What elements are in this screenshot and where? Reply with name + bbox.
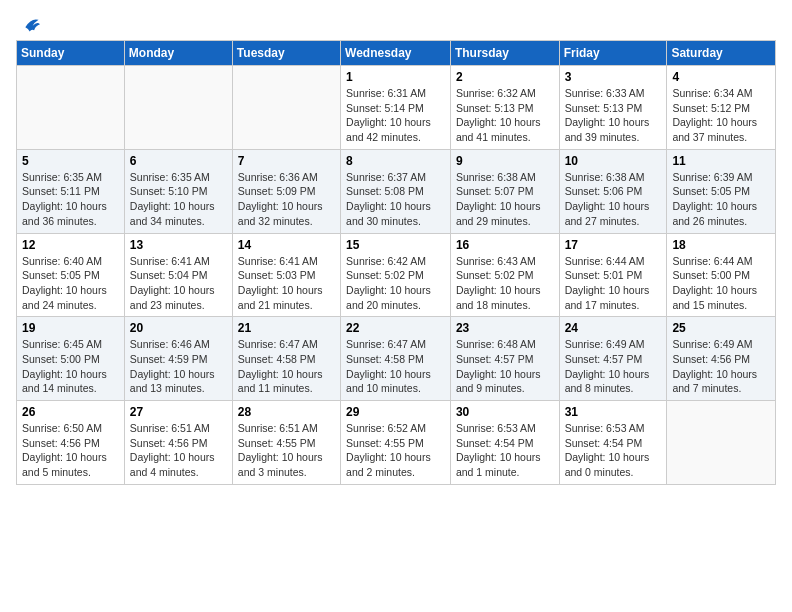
calendar-cell: 30Sunrise: 6:53 AMSunset: 4:54 PMDayligh… bbox=[450, 401, 559, 485]
calendar-cell: 17Sunrise: 6:44 AMSunset: 5:01 PMDayligh… bbox=[559, 233, 667, 317]
calendar-day-header: Friday bbox=[559, 41, 667, 66]
day-number: 6 bbox=[130, 154, 227, 168]
day-number: 29 bbox=[346, 405, 445, 419]
calendar-day-header: Sunday bbox=[17, 41, 125, 66]
calendar-cell: 18Sunrise: 6:44 AMSunset: 5:00 PMDayligh… bbox=[667, 233, 776, 317]
calendar-day-header: Saturday bbox=[667, 41, 776, 66]
day-info: Sunrise: 6:37 AMSunset: 5:08 PMDaylight:… bbox=[346, 170, 445, 229]
day-number: 25 bbox=[672, 321, 770, 335]
calendar-day-header: Tuesday bbox=[232, 41, 340, 66]
calendar-cell: 27Sunrise: 6:51 AMSunset: 4:56 PMDayligh… bbox=[124, 401, 232, 485]
calendar-cell: 9Sunrise: 6:38 AMSunset: 5:07 PMDaylight… bbox=[450, 149, 559, 233]
calendar-cell: 25Sunrise: 6:49 AMSunset: 4:56 PMDayligh… bbox=[667, 317, 776, 401]
calendar-cell bbox=[667, 401, 776, 485]
calendar-cell: 24Sunrise: 6:49 AMSunset: 4:57 PMDayligh… bbox=[559, 317, 667, 401]
calendar-cell: 4Sunrise: 6:34 AMSunset: 5:12 PMDaylight… bbox=[667, 66, 776, 150]
day-info: Sunrise: 6:48 AMSunset: 4:57 PMDaylight:… bbox=[456, 337, 554, 396]
day-info: Sunrise: 6:38 AMSunset: 5:07 PMDaylight:… bbox=[456, 170, 554, 229]
day-number: 21 bbox=[238, 321, 335, 335]
calendar-week-row: 12Sunrise: 6:40 AMSunset: 5:05 PMDayligh… bbox=[17, 233, 776, 317]
day-info: Sunrise: 6:44 AMSunset: 5:00 PMDaylight:… bbox=[672, 254, 770, 313]
calendar-table: SundayMondayTuesdayWednesdayThursdayFrid… bbox=[16, 40, 776, 485]
calendar-cell: 26Sunrise: 6:50 AMSunset: 4:56 PMDayligh… bbox=[17, 401, 125, 485]
calendar-cell: 23Sunrise: 6:48 AMSunset: 4:57 PMDayligh… bbox=[450, 317, 559, 401]
day-info: Sunrise: 6:42 AMSunset: 5:02 PMDaylight:… bbox=[346, 254, 445, 313]
calendar-week-row: 5Sunrise: 6:35 AMSunset: 5:11 PMDaylight… bbox=[17, 149, 776, 233]
calendar-day-header: Wednesday bbox=[341, 41, 451, 66]
day-number: 24 bbox=[565, 321, 662, 335]
calendar-cell: 12Sunrise: 6:40 AMSunset: 5:05 PMDayligh… bbox=[17, 233, 125, 317]
day-info: Sunrise: 6:46 AMSunset: 4:59 PMDaylight:… bbox=[130, 337, 227, 396]
calendar-cell bbox=[124, 66, 232, 150]
day-info: Sunrise: 6:49 AMSunset: 4:57 PMDaylight:… bbox=[565, 337, 662, 396]
day-number: 31 bbox=[565, 405, 662, 419]
calendar-cell: 22Sunrise: 6:47 AMSunset: 4:58 PMDayligh… bbox=[341, 317, 451, 401]
calendar-day-header: Monday bbox=[124, 41, 232, 66]
calendar-cell bbox=[17, 66, 125, 150]
day-info: Sunrise: 6:41 AMSunset: 5:04 PMDaylight:… bbox=[130, 254, 227, 313]
logo bbox=[16, 16, 40, 32]
day-number: 3 bbox=[565, 70, 662, 84]
day-number: 2 bbox=[456, 70, 554, 84]
calendar-cell: 28Sunrise: 6:51 AMSunset: 4:55 PMDayligh… bbox=[232, 401, 340, 485]
day-info: Sunrise: 6:51 AMSunset: 4:55 PMDaylight:… bbox=[238, 421, 335, 480]
calendar-cell: 1Sunrise: 6:31 AMSunset: 5:14 PMDaylight… bbox=[341, 66, 451, 150]
day-info: Sunrise: 6:50 AMSunset: 4:56 PMDaylight:… bbox=[22, 421, 119, 480]
day-number: 28 bbox=[238, 405, 335, 419]
day-number: 18 bbox=[672, 238, 770, 252]
calendar-cell: 5Sunrise: 6:35 AMSunset: 5:11 PMDaylight… bbox=[17, 149, 125, 233]
day-number: 5 bbox=[22, 154, 119, 168]
day-info: Sunrise: 6:51 AMSunset: 4:56 PMDaylight:… bbox=[130, 421, 227, 480]
day-number: 10 bbox=[565, 154, 662, 168]
calendar-cell bbox=[232, 66, 340, 150]
page-header bbox=[16, 16, 776, 32]
day-number: 19 bbox=[22, 321, 119, 335]
day-info: Sunrise: 6:34 AMSunset: 5:12 PMDaylight:… bbox=[672, 86, 770, 145]
calendar-cell: 20Sunrise: 6:46 AMSunset: 4:59 PMDayligh… bbox=[124, 317, 232, 401]
day-number: 1 bbox=[346, 70, 445, 84]
calendar-cell: 3Sunrise: 6:33 AMSunset: 5:13 PMDaylight… bbox=[559, 66, 667, 150]
day-info: Sunrise: 6:39 AMSunset: 5:05 PMDaylight:… bbox=[672, 170, 770, 229]
calendar-week-row: 26Sunrise: 6:50 AMSunset: 4:56 PMDayligh… bbox=[17, 401, 776, 485]
day-info: Sunrise: 6:40 AMSunset: 5:05 PMDaylight:… bbox=[22, 254, 119, 313]
day-info: Sunrise: 6:43 AMSunset: 5:02 PMDaylight:… bbox=[456, 254, 554, 313]
day-number: 8 bbox=[346, 154, 445, 168]
day-info: Sunrise: 6:53 AMSunset: 4:54 PMDaylight:… bbox=[565, 421, 662, 480]
day-info: Sunrise: 6:41 AMSunset: 5:03 PMDaylight:… bbox=[238, 254, 335, 313]
day-number: 7 bbox=[238, 154, 335, 168]
calendar-header-row: SundayMondayTuesdayWednesdayThursdayFrid… bbox=[17, 41, 776, 66]
calendar-cell: 29Sunrise: 6:52 AMSunset: 4:55 PMDayligh… bbox=[341, 401, 451, 485]
day-info: Sunrise: 6:36 AMSunset: 5:09 PMDaylight:… bbox=[238, 170, 335, 229]
logo-bird-icon bbox=[18, 14, 40, 36]
calendar-cell: 13Sunrise: 6:41 AMSunset: 5:04 PMDayligh… bbox=[124, 233, 232, 317]
day-number: 14 bbox=[238, 238, 335, 252]
day-number: 26 bbox=[22, 405, 119, 419]
calendar-week-row: 19Sunrise: 6:45 AMSunset: 5:00 PMDayligh… bbox=[17, 317, 776, 401]
day-info: Sunrise: 6:47 AMSunset: 4:58 PMDaylight:… bbox=[238, 337, 335, 396]
day-number: 13 bbox=[130, 238, 227, 252]
calendar-day-header: Thursday bbox=[450, 41, 559, 66]
calendar-cell: 6Sunrise: 6:35 AMSunset: 5:10 PMDaylight… bbox=[124, 149, 232, 233]
calendar-cell: 31Sunrise: 6:53 AMSunset: 4:54 PMDayligh… bbox=[559, 401, 667, 485]
calendar-cell: 8Sunrise: 6:37 AMSunset: 5:08 PMDaylight… bbox=[341, 149, 451, 233]
day-info: Sunrise: 6:38 AMSunset: 5:06 PMDaylight:… bbox=[565, 170, 662, 229]
day-info: Sunrise: 6:45 AMSunset: 5:00 PMDaylight:… bbox=[22, 337, 119, 396]
day-info: Sunrise: 6:35 AMSunset: 5:11 PMDaylight:… bbox=[22, 170, 119, 229]
calendar-week-row: 1Sunrise: 6:31 AMSunset: 5:14 PMDaylight… bbox=[17, 66, 776, 150]
day-info: Sunrise: 6:44 AMSunset: 5:01 PMDaylight:… bbox=[565, 254, 662, 313]
calendar-cell: 16Sunrise: 6:43 AMSunset: 5:02 PMDayligh… bbox=[450, 233, 559, 317]
day-number: 23 bbox=[456, 321, 554, 335]
day-number: 17 bbox=[565, 238, 662, 252]
day-number: 30 bbox=[456, 405, 554, 419]
calendar-cell: 7Sunrise: 6:36 AMSunset: 5:09 PMDaylight… bbox=[232, 149, 340, 233]
calendar-cell: 21Sunrise: 6:47 AMSunset: 4:58 PMDayligh… bbox=[232, 317, 340, 401]
day-info: Sunrise: 6:52 AMSunset: 4:55 PMDaylight:… bbox=[346, 421, 445, 480]
day-number: 11 bbox=[672, 154, 770, 168]
calendar-cell: 19Sunrise: 6:45 AMSunset: 5:00 PMDayligh… bbox=[17, 317, 125, 401]
day-number: 4 bbox=[672, 70, 770, 84]
calendar-cell: 14Sunrise: 6:41 AMSunset: 5:03 PMDayligh… bbox=[232, 233, 340, 317]
day-info: Sunrise: 6:53 AMSunset: 4:54 PMDaylight:… bbox=[456, 421, 554, 480]
day-number: 22 bbox=[346, 321, 445, 335]
day-info: Sunrise: 6:32 AMSunset: 5:13 PMDaylight:… bbox=[456, 86, 554, 145]
day-info: Sunrise: 6:49 AMSunset: 4:56 PMDaylight:… bbox=[672, 337, 770, 396]
